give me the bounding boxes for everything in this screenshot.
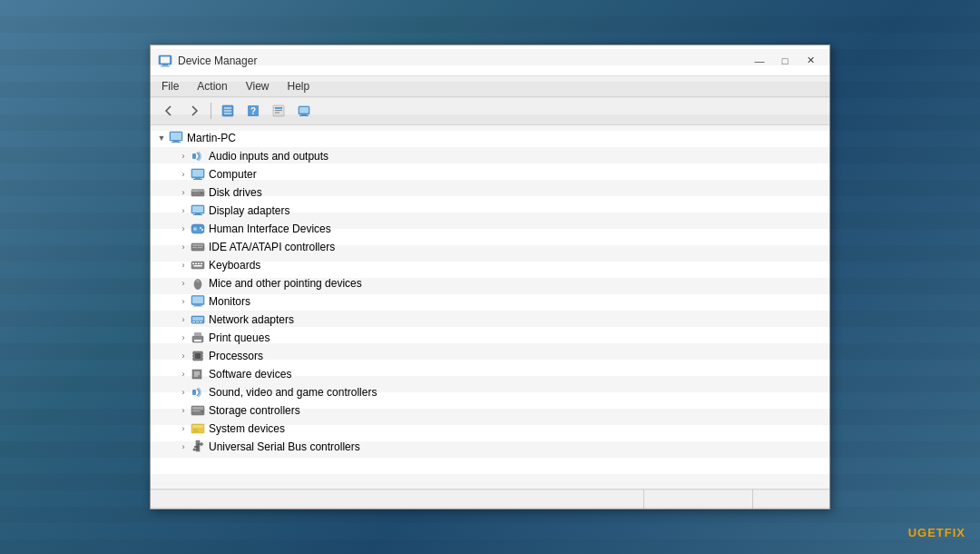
back-button[interactable]	[158, 101, 180, 121]
svg-rect-77	[192, 390, 196, 395]
watermark-highlight: ET	[927, 526, 945, 539]
list-item[interactable]: › Universal Serial Bus controllers	[151, 438, 829, 456]
sound-icon	[191, 385, 205, 400]
menu-file[interactable]: File	[158, 78, 182, 94]
svg-rect-22	[192, 153, 196, 159]
svg-rect-21	[172, 142, 181, 143]
list-item[interactable]: › Keyboards	[151, 256, 829, 274]
expand-icon[interactable]: ›	[176, 367, 191, 381]
list-item[interactable]: › Computer	[151, 165, 829, 183]
list-item[interactable]: › Print queues	[151, 329, 829, 347]
svg-point-36	[193, 227, 197, 231]
expand-icon[interactable]: ›	[176, 403, 191, 418]
expand-icon[interactable]: ›	[176, 349, 191, 363]
expand-icon[interactable]: ›	[176, 312, 191, 327]
item-label: System devices	[209, 422, 285, 435]
list-item[interactable]: › Display adapters	[151, 202, 829, 220]
device-manager-window: Device Manager — □ ✕ File Action View He…	[150, 45, 830, 509]
menu-help[interactable]: Help	[284, 78, 314, 94]
properties-button[interactable]	[268, 101, 289, 121]
menu-action[interactable]: Action	[193, 78, 230, 94]
list-item[interactable]: › Mice and other pointing devices	[151, 274, 829, 292]
expand-icon[interactable]: ›	[176, 276, 191, 291]
expand-icon[interactable]: ›	[176, 222, 191, 236]
item-label: IDE ATA/ATAPI controllers	[209, 241, 335, 253]
svg-rect-33	[195, 213, 201, 214]
usb-icon	[191, 440, 205, 454]
printer-icon	[191, 331, 205, 345]
item-label: Human Interface Devices	[209, 223, 331, 235]
svg-rect-16	[301, 114, 307, 115]
computer-small-icon	[191, 167, 205, 182]
status-col3	[753, 490, 826, 509]
item-label: Print queues	[209, 331, 270, 344]
item-label: Disk drives	[209, 186, 262, 199]
svg-rect-19	[171, 133, 181, 140]
svg-rect-30	[192, 191, 198, 192]
svg-rect-66	[195, 353, 201, 359]
list-item[interactable]: › Disk drives	[151, 183, 829, 202]
svg-point-64	[201, 337, 202, 339]
tree-root-item[interactable]: ▼ Martin-PC	[151, 129, 829, 147]
svg-rect-60	[200, 322, 202, 322]
close-button[interactable]: ✕	[799, 52, 822, 70]
svg-rect-12	[275, 110, 282, 111]
expand-icon[interactable]: ›	[176, 421, 191, 436]
item-label: Software devices	[209, 368, 291, 381]
svg-rect-63	[194, 340, 201, 341]
list-item[interactable]: › Audio inputs and outputs	[151, 147, 829, 165]
list-item[interactable]: › Sound, video and game controllers	[151, 383, 829, 401]
app-icon	[158, 54, 172, 68]
root-expand-icon[interactable]: ▼	[154, 131, 169, 145]
status-text	[154, 490, 644, 509]
list-item[interactable]: › System devices	[151, 420, 829, 438]
status-bar	[151, 489, 829, 509]
forward-button[interactable]	[183, 101, 205, 121]
software-icon	[191, 367, 205, 381]
monitor-icon	[191, 294, 205, 309]
svg-rect-3	[161, 65, 170, 66]
item-label: Mice and other pointing devices	[209, 277, 362, 290]
expand-icon[interactable]: ›	[176, 203, 191, 218]
system-devices-icon	[191, 421, 205, 436]
item-label: Universal Serial Bus controllers	[209, 440, 360, 453]
expand-icon[interactable]: ›	[176, 331, 191, 345]
expand-icon[interactable]: ›	[176, 149, 191, 163]
network-icon	[191, 312, 205, 327]
keyboard-icon	[191, 258, 205, 272]
svg-rect-40	[192, 244, 203, 246]
list-item[interactable]: › Network adapters	[151, 311, 829, 329]
svg-rect-48	[194, 265, 202, 267]
list-item[interactable]: › Processors	[151, 347, 829, 365]
svg-text:?: ?	[250, 106, 256, 116]
menu-bar: File Action View Help	[151, 76, 829, 97]
maximize-button[interactable]: □	[773, 52, 797, 70]
device-tree[interactable]: ▼ Martin-PC › Audio input	[151, 125, 829, 489]
window-controls: — □ ✕	[748, 52, 822, 70]
item-label: Audio inputs and outputs	[209, 150, 328, 163]
svg-rect-53	[192, 297, 203, 304]
item-label: Storage controllers	[209, 404, 300, 417]
list-item[interactable]: › Monitors	[151, 292, 829, 311]
watermark-prefix: UG	[908, 526, 928, 539]
help-button[interactable]: ?	[242, 101, 264, 121]
list-item[interactable]: › Software devices	[151, 365, 829, 383]
list-item[interactable]: › Storage controllers	[151, 401, 829, 420]
svg-point-80	[201, 411, 203, 413]
expand-icon[interactable]: ›	[176, 240, 191, 254]
show-tree-button[interactable]	[217, 101, 239, 121]
expand-icon[interactable]: ›	[176, 167, 191, 182]
list-item[interactable]: › IDE ATA/ATAPI controllers	[151, 238, 829, 256]
expand-icon[interactable]: ›	[176, 294, 191, 309]
computer-icon	[169, 131, 183, 145]
minimize-button[interactable]: —	[748, 52, 771, 70]
expand-icon[interactable]: ›	[176, 385, 191, 400]
svg-rect-58	[192, 322, 195, 322]
device-button[interactable]	[293, 101, 315, 121]
expand-icon[interactable]: ›	[176, 258, 191, 272]
list-item[interactable]: › Human Interface Devices	[151, 220, 829, 238]
menu-view[interactable]: View	[242, 78, 273, 94]
expand-icon[interactable]: ›	[176, 440, 191, 454]
expand-icon[interactable]: ›	[176, 185, 191, 200]
svg-rect-59	[196, 322, 199, 322]
